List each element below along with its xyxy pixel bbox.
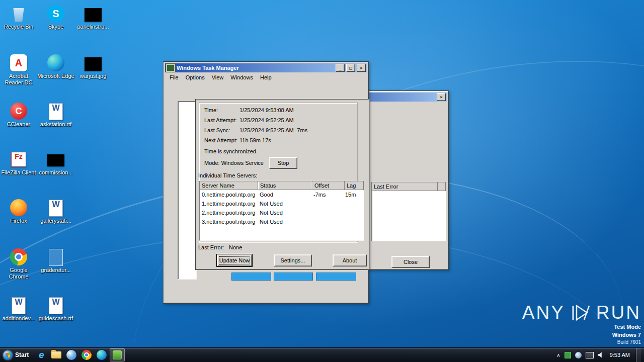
taskbar-item-edge[interactable] [95, 349, 109, 361]
column-header-last-error[interactable]: Last Error [372, 183, 438, 191]
desktop-icon-skype[interactable]: Skype [37, 5, 74, 30]
desktop-icon-acrobat[interactable]: Acrobat Reader DC [0, 54, 37, 85]
task-manager-titlebar[interactable]: Windows Task Manager _ □ ✕ [165, 63, 367, 72]
desktop-icon-warjust[interactable]: warjust.jpg [74, 54, 112, 79]
media-player-icon [66, 350, 76, 360]
taskbar-item-internet-explorer[interactable]: e [34, 349, 48, 361]
cell-server-name: 2.nettime.pool.ntp.org [200, 210, 258, 216]
table-row[interactable]: 3.nettime.pool.ntp.org Not Used [200, 217, 364, 226]
column-header-server-name[interactable]: Server Name [200, 182, 258, 190]
time-label: Time: [204, 107, 218, 113]
desktop-background: Recycle Bin Skype panelinstru... Acrobat… [0, 0, 644, 362]
internet-explorer-icon: e [39, 349, 44, 360]
menu-windows[interactable]: Windows [227, 73, 257, 81]
icon-label: additiondev... [0, 315, 37, 322]
desktop-icon-recycle-bin[interactable]: Recycle Bin [0, 5, 37, 30]
desktop-icon-ccleaner[interactable]: CCleaner [0, 103, 37, 128]
time-servers-table: Server Name Status Offset Lag 0.nettime.… [199, 181, 364, 241]
table-header-row: Server Name Status Offset Lag [200, 182, 364, 190]
desktop-icon-filezilla[interactable]: FileZilla Client [0, 151, 37, 176]
start-orb-icon [3, 350, 13, 360]
last-sync-label: Last Sync: [204, 127, 230, 133]
usage-bar [274, 273, 313, 281]
desktop-icon-guidescash[interactable]: guidescash.rtf [37, 297, 74, 322]
icon-label: FileZilla Client [0, 169, 37, 176]
history-list: Last Error [371, 182, 446, 241]
green-app-icon [113, 350, 122, 359]
about-button[interactable]: About [333, 254, 367, 266]
filezilla-icon [11, 152, 26, 167]
next-attempt-label: Next Attempt: [204, 137, 237, 143]
image-thumbnail-icon [47, 154, 64, 166]
menu-bar: File Options View Windows Help [165, 73, 367, 82]
taskbar: Start e ∧ 9:53 AM [0, 347, 644, 362]
watermark-run-text: RUN [596, 302, 641, 323]
antivirus-tray-icon[interactable] [565, 352, 571, 358]
menu-options[interactable]: Options [182, 73, 208, 81]
settings-button[interactable]: Settings... [274, 254, 312, 266]
window-title: Windows Task Manager [177, 65, 334, 71]
chrome-icon [82, 350, 92, 360]
icon-label: Recycle Bin [0, 24, 37, 30]
desktop-icon-chrome[interactable]: Google Chrome [0, 248, 37, 280]
icon-label: Skype [37, 24, 74, 30]
close-icon[interactable]: ✕ [357, 64, 366, 72]
taskbar-item-chrome[interactable] [79, 349, 94, 361]
icon-label: Firefox [0, 218, 37, 224]
table-row[interactable]: 0.nettime.pool.ntp.org Good -7ms 15m [200, 190, 364, 199]
taskbar-item-explorer[interactable] [49, 349, 63, 361]
taskbar-clock[interactable]: 9:53 AM [608, 352, 632, 358]
desktop-icon-gallerystati[interactable]: gallerystati... [37, 199, 74, 224]
cell-offset: -7ms [311, 192, 343, 198]
maximize-icon[interactable]: □ [346, 64, 355, 72]
table-row[interactable]: 1.nettime.pool.ntp.org Not Used [200, 199, 364, 208]
close-button[interactable]: Close [391, 256, 430, 268]
update-now-button[interactable]: Update Now [217, 254, 252, 266]
cell-status: Not Used [258, 201, 311, 207]
icon-label: graderetur... [37, 267, 74, 274]
taskbar-item-media-player[interactable] [64, 349, 78, 361]
icon-label: panelinstru... [74, 24, 112, 30]
system-tray: ∧ 9:53 AM [556, 348, 644, 362]
image-thumbnail-icon [85, 8, 102, 22]
task-list-panel [178, 101, 197, 280]
minimize-icon[interactable]: _ [336, 64, 345, 72]
sync-status-text: Time is synchronized. [204, 148, 258, 154]
desktop-icon-edge[interactable]: Microsoft Edge [37, 54, 74, 79]
stop-button[interactable]: Stop [269, 157, 297, 169]
desktop-icon-firefox[interactable]: Firefox [0, 199, 37, 224]
taskbar-item-active-app[interactable] [110, 348, 125, 361]
cell-server-name: 1.nettime.pool.ntp.org [200, 201, 258, 207]
icon-label: askstation.rtf [37, 121, 74, 128]
desktop-icon-graderetur[interactable]: graderetur... [37, 248, 74, 274]
menu-file[interactable]: File [166, 73, 182, 81]
chrome-icon [10, 248, 27, 265]
cell-lag: 15m [343, 192, 373, 198]
desktop-icon-askstation[interactable]: askstation.rtf [37, 103, 74, 128]
volume-tray-icon[interactable] [598, 352, 604, 358]
column-header-status[interactable]: Status [258, 182, 312, 190]
column-header-lag[interactable]: Lag [345, 182, 364, 190]
table-row[interactable]: 2.nettime.pool.ntp.org Not Used [200, 208, 364, 217]
watermark-any-text: ANY [522, 302, 565, 323]
show-desktop-button[interactable] [636, 348, 641, 362]
desktop-icon-commission[interactable]: commission... [37, 151, 74, 176]
task-manager-icon [166, 64, 175, 72]
start-button[interactable]: Start [0, 348, 34, 362]
close-icon[interactable]: ✕ [437, 93, 446, 101]
disc-tray-icon[interactable] [575, 352, 582, 358]
recycle-bin-icon [13, 7, 25, 22]
start-label: Start [15, 351, 29, 358]
desktop-icon-panelinstru[interactable]: panelinstru... [74, 5, 112, 30]
tray-overflow-icon[interactable]: ∧ [556, 352, 560, 358]
last-error-label: Last Error: [198, 244, 224, 250]
last-attempt-value: 1/25/2024 9:52:25 AM [239, 117, 294, 123]
time-sync-dialog: Time: 1/25/2024 9:53:08 AM Last Attempt:… [195, 99, 370, 270]
column-header-offset[interactable]: Offset [312, 182, 345, 190]
usage-bar [316, 273, 356, 281]
menu-view[interactable]: View [208, 73, 227, 81]
menu-help[interactable]: Help [257, 73, 275, 81]
last-error-value: None [229, 244, 242, 250]
network-tray-icon[interactable] [586, 352, 594, 358]
desktop-icon-additiondev[interactable]: additiondev... [0, 297, 37, 322]
